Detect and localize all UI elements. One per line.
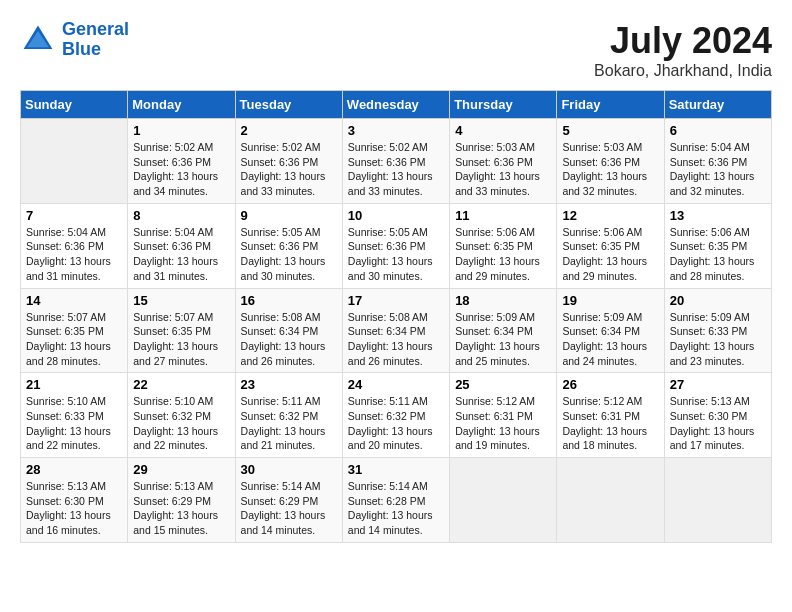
weekday-header: Monday: [128, 91, 235, 119]
calendar-day-cell: 25Sunrise: 5:12 AMSunset: 6:31 PMDayligh…: [450, 373, 557, 458]
day-info: Sunrise: 5:08 AMSunset: 6:34 PMDaylight:…: [241, 310, 337, 369]
calendar-week-row: 21Sunrise: 5:10 AMSunset: 6:33 PMDayligh…: [21, 373, 772, 458]
day-info: Sunrise: 5:11 AMSunset: 6:32 PMDaylight:…: [241, 394, 337, 453]
day-number: 9: [241, 208, 337, 223]
calendar-week-row: 1Sunrise: 5:02 AMSunset: 6:36 PMDaylight…: [21, 119, 772, 204]
calendar-day-cell: 2Sunrise: 5:02 AMSunset: 6:36 PMDaylight…: [235, 119, 342, 204]
calendar-day-cell: 16Sunrise: 5:08 AMSunset: 6:34 PMDayligh…: [235, 288, 342, 373]
calendar-day-cell: 13Sunrise: 5:06 AMSunset: 6:35 PMDayligh…: [664, 203, 771, 288]
calendar-day-cell: 27Sunrise: 5:13 AMSunset: 6:30 PMDayligh…: [664, 373, 771, 458]
calendar-day-cell: 14Sunrise: 5:07 AMSunset: 6:35 PMDayligh…: [21, 288, 128, 373]
calendar-day-cell: 3Sunrise: 5:02 AMSunset: 6:36 PMDaylight…: [342, 119, 449, 204]
calendar-day-cell: 31Sunrise: 5:14 AMSunset: 6:28 PMDayligh…: [342, 458, 449, 543]
logo: General Blue: [20, 20, 129, 60]
day-info: Sunrise: 5:14 AMSunset: 6:29 PMDaylight:…: [241, 479, 337, 538]
calendar-day-cell: [557, 458, 664, 543]
day-info: Sunrise: 5:04 AMSunset: 6:36 PMDaylight:…: [133, 225, 229, 284]
day-info: Sunrise: 5:08 AMSunset: 6:34 PMDaylight:…: [348, 310, 444, 369]
calendar-day-cell: 5Sunrise: 5:03 AMSunset: 6:36 PMDaylight…: [557, 119, 664, 204]
calendar-day-cell: 1Sunrise: 5:02 AMSunset: 6:36 PMDaylight…: [128, 119, 235, 204]
day-number: 20: [670, 293, 766, 308]
day-number: 2: [241, 123, 337, 138]
day-info: Sunrise: 5:09 AMSunset: 6:33 PMDaylight:…: [670, 310, 766, 369]
weekday-header: Thursday: [450, 91, 557, 119]
day-number: 5: [562, 123, 658, 138]
calendar-week-row: 7Sunrise: 5:04 AMSunset: 6:36 PMDaylight…: [21, 203, 772, 288]
weekday-header: Friday: [557, 91, 664, 119]
day-number: 1: [133, 123, 229, 138]
month-year: July 2024: [594, 20, 772, 62]
day-number: 16: [241, 293, 337, 308]
day-number: 22: [133, 377, 229, 392]
calendar-day-cell: 26Sunrise: 5:12 AMSunset: 6:31 PMDayligh…: [557, 373, 664, 458]
calendar-day-cell: 9Sunrise: 5:05 AMSunset: 6:36 PMDaylight…: [235, 203, 342, 288]
calendar-day-cell: 7Sunrise: 5:04 AMSunset: 6:36 PMDaylight…: [21, 203, 128, 288]
day-number: 14: [26, 293, 122, 308]
calendar-day-cell: 30Sunrise: 5:14 AMSunset: 6:29 PMDayligh…: [235, 458, 342, 543]
day-info: Sunrise: 5:03 AMSunset: 6:36 PMDaylight:…: [562, 140, 658, 199]
day-info: Sunrise: 5:10 AMSunset: 6:33 PMDaylight:…: [26, 394, 122, 453]
day-info: Sunrise: 5:05 AMSunset: 6:36 PMDaylight:…: [241, 225, 337, 284]
day-info: Sunrise: 5:05 AMSunset: 6:36 PMDaylight:…: [348, 225, 444, 284]
calendar-day-cell: 4Sunrise: 5:03 AMSunset: 6:36 PMDaylight…: [450, 119, 557, 204]
calendar-week-row: 28Sunrise: 5:13 AMSunset: 6:30 PMDayligh…: [21, 458, 772, 543]
weekday-header: Wednesday: [342, 91, 449, 119]
day-info: Sunrise: 5:13 AMSunset: 6:30 PMDaylight:…: [670, 394, 766, 453]
calendar-day-cell: 21Sunrise: 5:10 AMSunset: 6:33 PMDayligh…: [21, 373, 128, 458]
day-number: 27: [670, 377, 766, 392]
day-info: Sunrise: 5:06 AMSunset: 6:35 PMDaylight:…: [562, 225, 658, 284]
calendar-day-cell: 20Sunrise: 5:09 AMSunset: 6:33 PMDayligh…: [664, 288, 771, 373]
calendar-day-cell: [21, 119, 128, 204]
logo-icon: [20, 22, 56, 58]
calendar-day-cell: 28Sunrise: 5:13 AMSunset: 6:30 PMDayligh…: [21, 458, 128, 543]
calendar-day-cell: 10Sunrise: 5:05 AMSunset: 6:36 PMDayligh…: [342, 203, 449, 288]
calendar-day-cell: 23Sunrise: 5:11 AMSunset: 6:32 PMDayligh…: [235, 373, 342, 458]
day-number: 25: [455, 377, 551, 392]
weekday-header: Saturday: [664, 91, 771, 119]
day-info: Sunrise: 5:14 AMSunset: 6:28 PMDaylight:…: [348, 479, 444, 538]
day-info: Sunrise: 5:07 AMSunset: 6:35 PMDaylight:…: [26, 310, 122, 369]
day-number: 29: [133, 462, 229, 477]
day-number: 11: [455, 208, 551, 223]
day-number: 26: [562, 377, 658, 392]
title-block: July 2024 Bokaro, Jharkhand, India: [594, 20, 772, 80]
logo-line1: General: [62, 19, 129, 39]
calendar-day-cell: 11Sunrise: 5:06 AMSunset: 6:35 PMDayligh…: [450, 203, 557, 288]
calendar-day-cell: 18Sunrise: 5:09 AMSunset: 6:34 PMDayligh…: [450, 288, 557, 373]
location: Bokaro, Jharkhand, India: [594, 62, 772, 80]
day-info: Sunrise: 5:13 AMSunset: 6:29 PMDaylight:…: [133, 479, 229, 538]
calendar-day-cell: 6Sunrise: 5:04 AMSunset: 6:36 PMDaylight…: [664, 119, 771, 204]
calendar-day-cell: 15Sunrise: 5:07 AMSunset: 6:35 PMDayligh…: [128, 288, 235, 373]
day-info: Sunrise: 5:02 AMSunset: 6:36 PMDaylight:…: [348, 140, 444, 199]
day-info: Sunrise: 5:04 AMSunset: 6:36 PMDaylight:…: [670, 140, 766, 199]
weekday-header: Tuesday: [235, 91, 342, 119]
day-info: Sunrise: 5:13 AMSunset: 6:30 PMDaylight:…: [26, 479, 122, 538]
day-info: Sunrise: 5:07 AMSunset: 6:35 PMDaylight:…: [133, 310, 229, 369]
logo-text: General Blue: [62, 20, 129, 60]
calendar-day-cell: 22Sunrise: 5:10 AMSunset: 6:32 PMDayligh…: [128, 373, 235, 458]
day-info: Sunrise: 5:06 AMSunset: 6:35 PMDaylight:…: [455, 225, 551, 284]
weekday-header-row: SundayMondayTuesdayWednesdayThursdayFrid…: [21, 91, 772, 119]
calendar-day-cell: 17Sunrise: 5:08 AMSunset: 6:34 PMDayligh…: [342, 288, 449, 373]
day-info: Sunrise: 5:11 AMSunset: 6:32 PMDaylight:…: [348, 394, 444, 453]
day-info: Sunrise: 5:03 AMSunset: 6:36 PMDaylight:…: [455, 140, 551, 199]
day-info: Sunrise: 5:12 AMSunset: 6:31 PMDaylight:…: [455, 394, 551, 453]
day-number: 18: [455, 293, 551, 308]
day-info: Sunrise: 5:06 AMSunset: 6:35 PMDaylight:…: [670, 225, 766, 284]
day-number: 31: [348, 462, 444, 477]
calendar-day-cell: 19Sunrise: 5:09 AMSunset: 6:34 PMDayligh…: [557, 288, 664, 373]
day-number: 13: [670, 208, 766, 223]
calendar-day-cell: 12Sunrise: 5:06 AMSunset: 6:35 PMDayligh…: [557, 203, 664, 288]
day-number: 24: [348, 377, 444, 392]
calendar-table: SundayMondayTuesdayWednesdayThursdayFrid…: [20, 90, 772, 543]
day-number: 4: [455, 123, 551, 138]
day-info: Sunrise: 5:10 AMSunset: 6:32 PMDaylight:…: [133, 394, 229, 453]
day-number: 19: [562, 293, 658, 308]
day-number: 8: [133, 208, 229, 223]
day-number: 30: [241, 462, 337, 477]
day-number: 10: [348, 208, 444, 223]
calendar-day-cell: 24Sunrise: 5:11 AMSunset: 6:32 PMDayligh…: [342, 373, 449, 458]
day-number: 15: [133, 293, 229, 308]
calendar-day-cell: [450, 458, 557, 543]
day-info: Sunrise: 5:02 AMSunset: 6:36 PMDaylight:…: [241, 140, 337, 199]
